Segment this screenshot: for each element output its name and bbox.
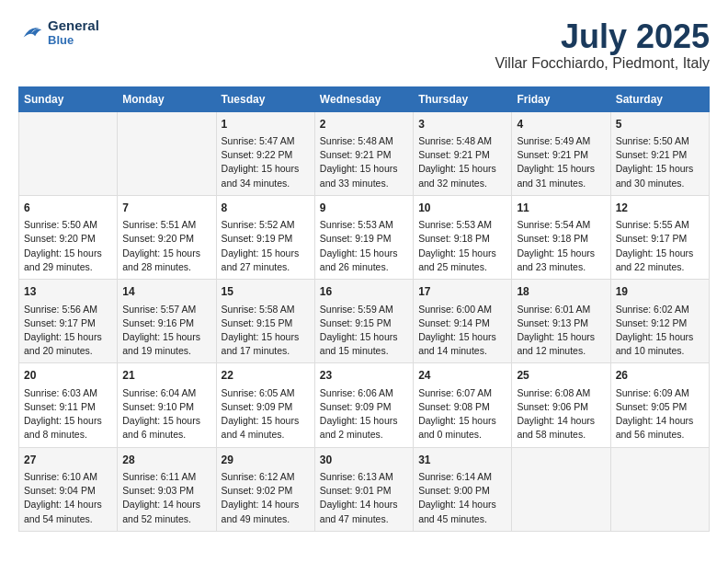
- day-info: and 4 minutes.: [222, 428, 310, 442]
- day-number: 22: [222, 368, 310, 384]
- day-info: Sunrise: 5:51 AM: [122, 218, 210, 232]
- day-info: Sunset: 9:06 PM: [517, 400, 605, 414]
- day-info: Sunrise: 6:01 AM: [517, 303, 605, 316]
- day-info: Sunrise: 6:14 AM: [418, 470, 506, 484]
- day-info: Sunrise: 5:57 AM: [122, 303, 210, 316]
- day-info: Sunrise: 6:04 AM: [122, 386, 210, 400]
- calendar-week-row: 20Sunrise: 6:03 AMSunset: 9:11 PMDayligh…: [19, 363, 710, 447]
- calendar-day-cell: 21Sunrise: 6:04 AMSunset: 9:10 PMDayligh…: [118, 363, 216, 447]
- calendar-day-cell: 22Sunrise: 6:05 AMSunset: 9:09 PMDayligh…: [216, 363, 314, 447]
- day-info: and 32 minutes.: [418, 177, 506, 190]
- day-info: Sunrise: 6:06 AM: [320, 386, 408, 400]
- day-number: 13: [24, 284, 112, 300]
- calendar-day-cell: 17Sunrise: 6:00 AMSunset: 9:14 PMDayligh…: [414, 280, 512, 363]
- day-info: Sunset: 9:20 PM: [122, 232, 210, 246]
- day-info: and 14 minutes.: [418, 344, 506, 358]
- day-of-week-header: Wednesday: [314, 86, 413, 111]
- day-info: Sunrise: 5:50 AM: [616, 134, 704, 148]
- logo: General Blue: [18, 18, 99, 47]
- calendar-day-cell: 6Sunrise: 5:50 AMSunset: 9:20 PMDaylight…: [19, 195, 118, 279]
- calendar-day-cell: 8Sunrise: 5:52 AMSunset: 9:19 PMDaylight…: [216, 195, 314, 279]
- day-info: Sunset: 9:15 PM: [320, 316, 408, 330]
- day-number: 28: [122, 453, 210, 468]
- day-info: Daylight: 15 hours: [320, 162, 408, 176]
- day-info: Daylight: 14 hours: [616, 414, 704, 428]
- calendar-day-cell: 10Sunrise: 5:53 AMSunset: 9:18 PMDayligh…: [414, 195, 512, 279]
- day-number: 9: [320, 201, 408, 216]
- calendar-day-cell: 15Sunrise: 5:58 AMSunset: 9:15 PMDayligh…: [216, 280, 314, 363]
- calendar-week-row: 27Sunrise: 6:10 AMSunset: 9:04 PMDayligh…: [19, 447, 710, 531]
- day-info: Sunset: 9:14 PM: [418, 316, 506, 330]
- day-info: and 22 minutes.: [616, 260, 704, 274]
- calendar-day-cell: 11Sunrise: 5:54 AMSunset: 9:18 PMDayligh…: [512, 195, 610, 279]
- day-info: Sunrise: 6:12 AM: [222, 470, 310, 484]
- day-info: Sunrise: 5:48 AM: [418, 134, 506, 148]
- day-info: Sunrise: 6:03 AM: [24, 386, 112, 400]
- day-number: 5: [616, 117, 704, 132]
- day-info: Sunset: 9:05 PM: [616, 400, 704, 414]
- day-info: Sunset: 9:21 PM: [320, 148, 408, 162]
- calendar-day-cell: 24Sunrise: 6:07 AMSunset: 9:08 PMDayligh…: [414, 363, 512, 447]
- day-info: and 29 minutes.: [24, 260, 112, 274]
- day-of-week-header: Monday: [118, 86, 216, 111]
- day-info: Daylight: 15 hours: [122, 247, 210, 260]
- day-info: Sunset: 9:01 PM: [320, 484, 408, 498]
- day-info: Daylight: 15 hours: [320, 247, 408, 260]
- logo-text: General Blue: [48, 18, 99, 47]
- day-info: Sunset: 9:21 PM: [418, 148, 506, 162]
- calendar-day-cell: [19, 111, 118, 195]
- day-info: and 27 minutes.: [222, 260, 310, 274]
- day-number: 16: [320, 284, 408, 300]
- day-info: Sunrise: 5:48 AM: [320, 134, 408, 148]
- day-number: 11: [517, 201, 605, 216]
- day-info: Sunset: 9:17 PM: [616, 232, 704, 246]
- calendar-day-cell: 14Sunrise: 5:57 AMSunset: 9:16 PMDayligh…: [118, 280, 216, 363]
- day-info: Sunset: 9:19 PM: [222, 232, 310, 246]
- day-info: Sunrise: 6:10 AM: [24, 470, 112, 484]
- day-info: and 0 minutes.: [418, 428, 506, 442]
- day-info: and 34 minutes.: [222, 177, 310, 190]
- day-info: and 49 minutes.: [222, 512, 310, 526]
- day-info: Daylight: 15 hours: [517, 247, 605, 260]
- day-info: Sunset: 9:16 PM: [122, 316, 210, 330]
- day-of-week-header: Saturday: [610, 86, 709, 111]
- calendar-day-cell: 30Sunrise: 6:13 AMSunset: 9:01 PMDayligh…: [314, 447, 413, 531]
- day-number: 12: [616, 201, 704, 216]
- day-info: Daylight: 15 hours: [222, 414, 310, 428]
- calendar-day-cell: 29Sunrise: 6:12 AMSunset: 9:02 PMDayligh…: [216, 447, 314, 531]
- day-info: Sunrise: 5:56 AM: [24, 303, 112, 316]
- day-info: Daylight: 15 hours: [122, 414, 210, 428]
- day-number: 8: [222, 201, 310, 216]
- calendar-day-cell: 12Sunrise: 5:55 AMSunset: 9:17 PMDayligh…: [610, 195, 709, 279]
- calendar-day-cell: 28Sunrise: 6:11 AMSunset: 9:03 PMDayligh…: [118, 447, 216, 531]
- calendar-week-row: 1Sunrise: 5:47 AMSunset: 9:22 PMDaylight…: [19, 111, 710, 195]
- day-info: Sunset: 9:09 PM: [320, 400, 408, 414]
- day-info: Daylight: 15 hours: [122, 330, 210, 344]
- day-info: and 8 minutes.: [24, 428, 112, 442]
- day-info: Daylight: 15 hours: [517, 330, 605, 344]
- day-info: Sunrise: 5:55 AM: [616, 218, 704, 232]
- day-info: Sunrise: 5:47 AM: [222, 134, 310, 148]
- day-info: and 15 minutes.: [320, 344, 408, 358]
- calendar-day-cell: 20Sunrise: 6:03 AMSunset: 9:11 PMDayligh…: [19, 363, 118, 447]
- day-info: and 28 minutes.: [122, 260, 210, 274]
- day-of-week-header: Thursday: [414, 86, 512, 111]
- calendar-day-cell: 2Sunrise: 5:48 AMSunset: 9:21 PMDaylight…: [314, 111, 413, 195]
- calendar-day-cell: 16Sunrise: 5:59 AMSunset: 9:15 PMDayligh…: [314, 280, 413, 363]
- day-info: and 25 minutes.: [418, 260, 506, 274]
- day-info: and 54 minutes.: [24, 512, 112, 526]
- day-info: Sunrise: 6:02 AM: [616, 303, 704, 316]
- day-info: Sunset: 9:03 PM: [122, 484, 210, 498]
- day-info: Sunrise: 6:11 AM: [122, 470, 210, 484]
- day-info: Daylight: 15 hours: [418, 247, 506, 260]
- calendar-day-cell: 31Sunrise: 6:14 AMSunset: 9:00 PMDayligh…: [414, 447, 512, 531]
- day-info: and 30 minutes.: [616, 177, 704, 190]
- day-info: and 58 minutes.: [517, 428, 605, 442]
- day-info: and 31 minutes.: [517, 177, 605, 190]
- day-info: and 47 minutes.: [320, 512, 408, 526]
- day-number: 10: [418, 201, 506, 216]
- calendar-header-row: SundayMondayTuesdayWednesdayThursdayFrid…: [19, 86, 710, 111]
- day-info: Daylight: 15 hours: [418, 330, 506, 344]
- day-info: Sunrise: 6:07 AM: [418, 386, 506, 400]
- day-info: Sunset: 9:13 PM: [517, 316, 605, 330]
